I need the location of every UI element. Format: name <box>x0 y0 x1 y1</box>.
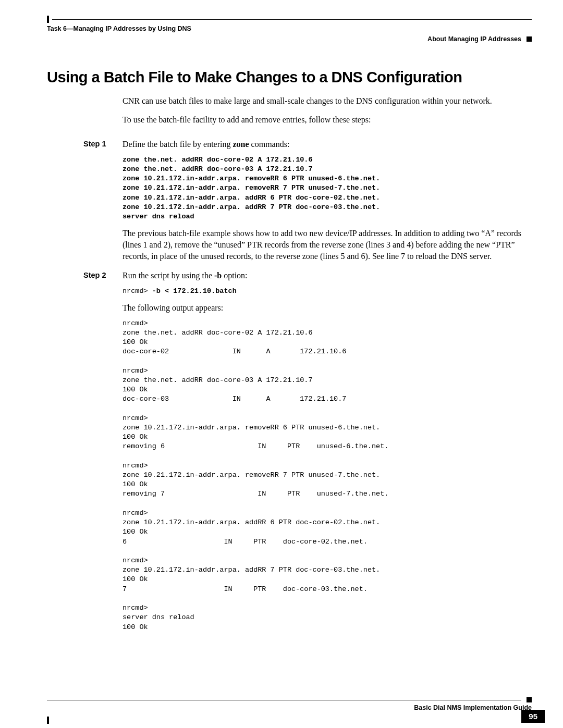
step-2-lead: Run the script by using the -b option: <box>123 270 532 281</box>
step-1-explain: The previous batch-file example shows ho… <box>123 228 532 262</box>
step-1-body: Define the batch file by entering zone c… <box>123 139 532 267</box>
step-2-output: nrcmd> zone the.net. addRR doc-core-02 A… <box>123 319 532 632</box>
step-1-lead-b: commands: <box>249 140 290 149</box>
step-2-lead-bold: -b <box>214 271 222 280</box>
running-header-chapter: Task 6—Managing IP Addresses by Using DN… <box>47 25 191 32</box>
step-2-lead-a: Run the script by using the <box>123 271 214 280</box>
header-horizontal-rule <box>52 19 532 20</box>
header-corner-mark <box>47 16 49 23</box>
step-2-label: Step 2 <box>47 270 123 279</box>
step-2-cmd: nrcmd> -b < 172.21.10.batch <box>123 287 532 296</box>
step-2-cmd-prefix: nrcmd> <box>123 287 152 295</box>
step-1-lead: Define the batch file by entering zone c… <box>123 139 532 150</box>
footer-label-row: Basic Dial NMS Implementation Guide <box>47 704 532 711</box>
header-rule <box>47 16 532 23</box>
section-title: Using a Batch File to Make Changes to a … <box>47 69 532 86</box>
footer-guide-title: Basic Dial NMS Implementation Guide <box>414 704 532 711</box>
running-header-section: About Managing IP Addresses <box>427 35 521 43</box>
intro-block: CNR can use batch files to make large an… <box>123 95 527 125</box>
page: Task 6—Managing IP Addresses by Using DN… <box>0 0 563 728</box>
step-2-lead-b: option: <box>222 271 247 280</box>
step-1: Step 1 Define the batch file by entering… <box>47 139 532 267</box>
page-number: 95 <box>521 710 545 723</box>
footer-horizontal-rule <box>47 700 521 700</box>
header-square-icon <box>527 36 532 42</box>
step-1-code: zone the.net. addRR doc-core-02 A 172.21… <box>123 155 532 222</box>
running-header: Task 6—Managing IP Addresses by Using DN… <box>47 25 532 32</box>
step-2-body: Run the script by using the -b option: n… <box>123 270 532 638</box>
step-2-outro: The following output appears: <box>123 302 532 314</box>
footer-rule <box>47 697 532 702</box>
step-1-label: Step 1 <box>47 139 123 148</box>
page-footer: Basic Dial NMS Implementation Guide 95 <box>47 697 532 711</box>
step-2: Step 2 Run the script by using the -b op… <box>47 270 532 638</box>
step-2-cmd-bold: -b < 172.21.10.batch <box>152 287 237 295</box>
intro-paragraph-2: To use the batch-file facility to add an… <box>123 114 527 126</box>
intro-paragraph-1: CNR can use batch files to make large an… <box>123 95 527 107</box>
step-1-lead-bold: zone <box>232 140 249 149</box>
running-header-right: About Managing IP Addresses <box>47 35 532 43</box>
footer-corner-mark <box>47 717 49 724</box>
footer-square-icon <box>527 697 532 702</box>
step-1-lead-a: Define the batch file by entering <box>123 140 232 149</box>
